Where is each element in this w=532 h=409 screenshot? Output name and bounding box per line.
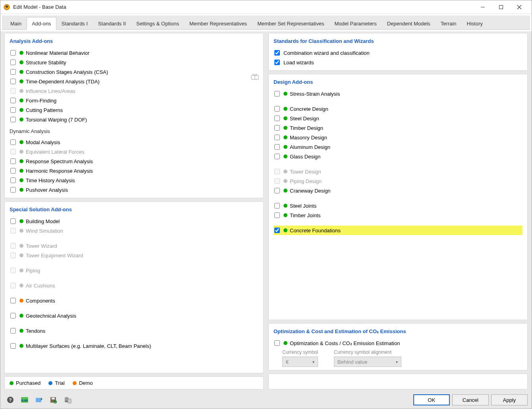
addon-row: Influence Lines/Areas <box>10 86 258 96</box>
addon-label: Combination wizard and classification <box>283 50 370 56</box>
minimize-button[interactable] <box>474 1 492 14</box>
addon-row: Cutting Patterns <box>10 105 258 115</box>
currency-select[interactable]: € ▾ <box>282 357 318 367</box>
panel-optimization: Optimization & Cost and Estimation of CO… <box>268 323 528 370</box>
addon-checkbox[interactable] <box>10 218 16 224</box>
panel-legend: Purchased Trial Demo <box>4 376 264 390</box>
addon-checkbox[interactable] <box>274 340 280 346</box>
units-icon[interactable]: 0,00 <box>19 394 31 405</box>
legend-label: Demo <box>79 380 93 386</box>
addon-checkbox[interactable] <box>10 168 16 174</box>
addon-label: Pushover Analysis <box>26 187 68 193</box>
addon-checkbox <box>10 149 16 154</box>
tab[interactable]: Settings & Options <box>131 17 184 29</box>
addon-checkbox[interactable] <box>10 79 16 84</box>
addon-checkbox[interactable] <box>10 158 16 164</box>
maximize-button[interactable] <box>492 1 510 14</box>
tab[interactable]: Add-ons <box>27 17 56 30</box>
addon-checkbox[interactable] <box>10 117 16 122</box>
addon-label: Time History Analysis <box>26 177 75 183</box>
addon-checkbox[interactable] <box>274 60 280 65</box>
addon-checkbox[interactable] <box>10 98 16 103</box>
addon-checkbox[interactable] <box>274 116 280 121</box>
tab[interactable]: Main <box>5 17 27 29</box>
help-icon[interactable]: ? <box>4 394 16 405</box>
addon-checkbox[interactable] <box>10 139 16 145</box>
addon-row: Time-Dependent Analysis (TDA) <box>10 77 258 86</box>
status-dot-icon <box>19 229 23 233</box>
tab[interactable]: Member Set Representatives <box>252 17 329 29</box>
currency-alignment-select[interactable]: Behind value ▾ <box>334 357 401 367</box>
addon-checkbox <box>10 253 16 258</box>
apply-button[interactable]: Apply <box>491 394 528 405</box>
addon-checkbox[interactable] <box>10 343 16 349</box>
addon-checkbox[interactable] <box>274 154 280 159</box>
tab[interactable]: Standards I <box>56 17 93 29</box>
addon-row: Timber Joints <box>274 210 522 220</box>
addon-checkbox[interactable] <box>274 228 280 233</box>
status-dot-icon <box>283 341 287 345</box>
addon-checkbox[interactable] <box>10 107 16 113</box>
tab[interactable]: Terrain <box>436 17 462 29</box>
addon-checkbox[interactable] <box>274 188 280 193</box>
addon-checkbox[interactable] <box>10 60 16 65</box>
addon-label: Tower Wizard <box>26 243 57 249</box>
svg-text:?: ? <box>9 397 12 402</box>
addon-label: Concrete Foundations <box>290 228 341 233</box>
svg-rect-19 <box>68 399 71 403</box>
status-dot-icon <box>19 219 23 223</box>
window-title: Edit Model - Base Data <box>13 4 474 10</box>
tab[interactable]: Standards II <box>93 17 131 29</box>
addon-checkbox[interactable] <box>10 50 16 56</box>
database-icon[interactable] <box>62 394 73 405</box>
addon-row: Wind Simulation <box>10 226 258 235</box>
addon-checkbox[interactable] <box>10 69 16 75</box>
addon-checkbox[interactable] <box>10 187 16 193</box>
addon-row: Aluminum Design <box>274 142 522 152</box>
addon-label: Tower Equipment Wizard <box>26 253 83 259</box>
addon-label: Masonry Design <box>290 135 327 141</box>
ok-button[interactable]: OK <box>413 394 450 405</box>
addon-checkbox[interactable] <box>10 313 16 318</box>
addon-label: Form-Finding <box>26 98 56 104</box>
status-dot-icon <box>19 89 23 93</box>
addon-checkbox[interactable] <box>274 50 280 56</box>
addon-label: Time-Dependent Analysis (TDA) <box>26 79 100 85</box>
addon-label: Timber Design <box>290 125 323 131</box>
addon-label: Air Cushions <box>26 283 55 289</box>
addon-row: Steel Design <box>274 114 522 123</box>
tab[interactable]: Model Parameters <box>329 17 382 29</box>
addon-label: Tower Design <box>290 169 321 175</box>
addon-checkbox[interactable] <box>274 144 280 150</box>
status-dot-icon <box>283 170 287 174</box>
addon-checkbox[interactable] <box>10 328 16 334</box>
status-dot-icon <box>19 169 23 173</box>
addon-checkbox[interactable] <box>274 203 280 208</box>
cancel-button[interactable]: Cancel <box>452 394 489 405</box>
section-title: Standards for Classification and Wizards <box>274 38 522 44</box>
addon-row: Combination wizard and classification <box>274 48 522 58</box>
addon-label: Multilayer Surfaces (e.g. Laminate, CLT,… <box>26 343 151 349</box>
tab[interactable]: History <box>462 17 488 29</box>
addon-checkbox[interactable] <box>274 106 280 112</box>
addon-row: Building Model <box>10 216 258 226</box>
refresh-icon[interactable] <box>33 394 45 405</box>
addon-checkbox <box>10 283 16 288</box>
tab[interactable]: Member Representatives <box>184 17 252 29</box>
tab[interactable]: Dependent Models <box>382 17 436 29</box>
status-dot-icon <box>19 159 23 163</box>
close-button[interactable] <box>510 1 528 14</box>
legend-label: Trial <box>55 380 65 386</box>
addon-checkbox[interactable] <box>10 298 16 303</box>
addon-checkbox[interactable] <box>274 125 280 131</box>
legend-label: Purchased <box>16 380 40 386</box>
addon-checkbox[interactable] <box>274 135 280 140</box>
addon-checkbox[interactable] <box>274 212 280 218</box>
addon-checkbox[interactable] <box>274 91 280 96</box>
addon-row: Time History Analysis <box>10 176 258 185</box>
addon-row: Concrete Design <box>274 104 522 114</box>
status-dot-icon <box>19 329 23 333</box>
status-dot-icon <box>19 79 23 83</box>
save-icon[interactable]: + <box>47 394 59 405</box>
addon-checkbox[interactable] <box>10 177 16 183</box>
